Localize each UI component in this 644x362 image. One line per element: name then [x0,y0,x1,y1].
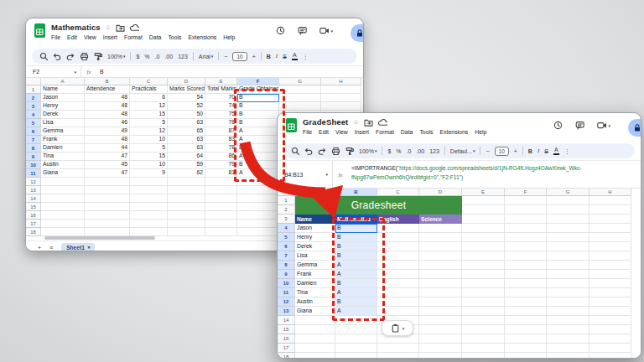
percent-format-button[interactable]: % [396,148,401,154]
cell[interactable]: 63 [168,136,205,144]
cell[interactable] [237,178,279,186]
cell[interactable] [85,186,130,194]
cell[interactable] [589,242,631,251]
cell[interactable] [547,353,589,359]
cell[interactable] [295,316,335,325]
cell[interactable]: B [237,111,279,119]
cell[interactable]: B [237,102,279,111]
cell[interactable]: 12 [130,102,168,111]
cell[interactable]: Jason [295,224,335,233]
cell[interactable]: Damien [41,144,85,153]
cell[interactable]: 44 [85,144,130,153]
add-sheet-button[interactable]: + [38,245,41,251]
cell[interactable] [462,242,505,251]
cell[interactable] [547,215,589,224]
cell[interactable] [419,251,462,261]
cell[interactable] [321,85,361,94]
cell[interactable]: 52 [168,102,205,111]
menu-item-extensions[interactable]: Extensions [189,34,217,41]
cell[interactable] [168,203,205,211]
column-header-G[interactable]: G [547,189,589,196]
row-header-11[interactable]: 11 [278,288,295,297]
cell[interactable] [462,233,505,242]
cell[interactable] [85,194,130,203]
font-select[interactable]: Arial▾ [199,54,214,59]
cell[interactable] [130,211,168,220]
cell[interactable]: B [335,224,377,233]
cell[interactable]: Austin [295,297,335,307]
column-header-B[interactable]: B [335,189,377,196]
cell[interactable] [589,270,631,279]
menu-item-tools[interactable]: Tools [168,34,181,41]
cell[interactable]: Lisa [41,119,85,127]
cell[interactable] [419,297,462,307]
cell[interactable]: Frank [41,136,85,144]
menu-item-file[interactable]: File [51,34,60,41]
cell[interactable] [130,228,168,236]
cell[interactable]: Henry [41,102,85,111]
cell[interactable] [589,334,631,344]
cell[interactable] [41,228,85,236]
star-icon[interactable]: ☆ [106,24,112,31]
cell[interactable] [130,220,168,228]
text-color-button[interactable]: A [292,52,298,59]
menu-item-edit[interactable]: Edit [67,34,77,41]
cell[interactable] [547,316,589,325]
row-header-1[interactable]: 1 [26,85,41,94]
cell[interactable] [505,242,547,251]
cell[interactable] [377,224,419,233]
cell[interactable]: Attendence [85,85,130,94]
column-header-C[interactable]: C [377,189,419,196]
cell[interactable] [419,307,462,316]
cell[interactable] [279,85,321,94]
cell[interactable] [589,353,631,359]
cell[interactable] [547,224,589,233]
cell[interactable] [205,228,237,236]
cell[interactable] [547,325,589,334]
cell[interactable]: 59 [168,161,205,169]
cell[interactable]: 74 [205,102,237,111]
menu-item-insert[interactable]: Insert [103,34,117,41]
cell[interactable]: 78 [205,144,237,153]
undo-icon[interactable] [53,52,61,60]
more-formats-button[interactable]: 123 [178,54,188,59]
subject-header-mathematics[interactable]: Mathematics [335,215,377,224]
cell[interactable]: B [335,297,377,307]
font-size-input[interactable]: 10 [232,52,247,61]
cell[interactable]: 15 [130,111,168,119]
cell[interactable] [589,205,631,215]
cell[interactable] [505,325,547,334]
redo-icon[interactable] [66,52,75,60]
cell[interactable] [168,178,205,186]
version-history-icon[interactable] [553,121,563,130]
cell[interactable]: 79 [205,161,237,169]
cell[interactable] [589,344,631,353]
cell[interactable]: 48 [85,111,130,119]
search-icon[interactable] [39,52,48,60]
cell[interactable] [505,224,547,233]
column-header-A[interactable]: A [41,78,85,85]
strikethrough-button[interactable]: S [283,54,287,59]
column-header-F[interactable]: F [237,78,279,85]
cell[interactable] [295,334,335,344]
cell[interactable] [505,215,547,224]
cell[interactable] [377,261,419,270]
cell[interactable]: 70 [205,94,237,102]
cell[interactable]: 6 [130,94,168,102]
cell[interactable]: A [237,136,279,144]
cell[interactable]: B [237,144,279,153]
version-history-icon[interactable] [276,26,285,35]
cell[interactable] [589,215,631,224]
decrease-font-size-button[interactable]: − [224,54,227,59]
row-header-14[interactable]: 14 [26,194,41,203]
share-button[interactable] [628,119,641,137]
cell[interactable]: Giana [41,169,85,178]
row-header-4[interactable]: 4 [26,111,41,119]
cell[interactable] [335,334,377,344]
italic-button[interactable]: I [538,148,539,154]
cell[interactable] [462,215,505,224]
cell[interactable]: Jason [41,94,85,102]
column-header-G[interactable]: G [279,78,321,85]
menu-item-data[interactable]: Data [401,128,413,136]
zoom-select[interactable]: 100%▾ [107,54,125,59]
